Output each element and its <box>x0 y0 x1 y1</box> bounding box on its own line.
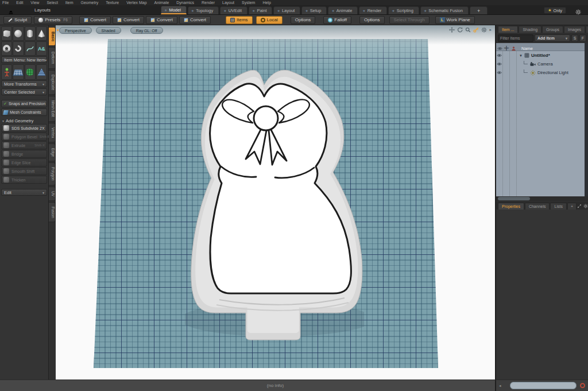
gear-icon[interactable] <box>481 27 487 33</box>
tab-setup[interactable]: ★Setup <box>301 6 327 14</box>
mesh-item-button[interactable] <box>25 64 36 80</box>
cube-tool-button[interactable] <box>1 26 12 41</box>
rotate-icon[interactable] <box>457 27 463 33</box>
tab-render[interactable]: ★Render <box>359 6 387 14</box>
options-button-1[interactable]: Options <box>291 16 316 24</box>
add-panel-tab-button[interactable]: + <box>567 203 577 210</box>
menu-select[interactable]: Select <box>47 1 57 5</box>
tooltab-duplicate[interactable]: Duplicate <box>49 70 56 95</box>
ground-plane-item-button[interactable] <box>13 64 24 80</box>
tab-properties[interactable]: Properties <box>498 203 524 210</box>
tool-extrude[interactable]: ExtrudeShift-X <box>1 141 47 149</box>
local-action-center-button[interactable]: Local <box>256 16 283 24</box>
tool-polygon-bevel[interactable]: Polygon BevelShift-B <box>1 133 47 141</box>
convert-button-4[interactable]: Convert <box>179 16 211 24</box>
work-plane-button[interactable]: LWork Plane <box>435 16 475 24</box>
curve-tool-button[interactable] <box>25 41 36 56</box>
sculpt-button[interactable]: Sculpt <box>3 16 32 24</box>
center-selected-dropdown[interactable]: Center Selected▾ <box>1 88 47 95</box>
add-tab-button[interactable]: + <box>470 6 488 14</box>
tab-item-list[interactable]: Item ... <box>498 26 518 33</box>
add-item-dropdown[interactable]: Add Item▾ <box>535 34 570 42</box>
menu-view[interactable]: View <box>30 1 39 5</box>
tooltab-fusion[interactable]: Fusion <box>49 202 56 223</box>
add-panel-tab-button[interactable]: + <box>586 26 588 33</box>
tab-uvedit[interactable]: ★UVEdit <box>220 6 247 14</box>
tooltab-deform[interactable]: Deform <box>49 47 56 68</box>
edit-dropdown[interactable]: Edit▾ <box>1 189 47 196</box>
item-row-camera[interactable]: Camera <box>496 60 588 68</box>
tooltab-uv[interactable]: UV <box>49 187 56 201</box>
lock-column-icon[interactable] <box>510 46 517 51</box>
items-mode-button[interactable]: Items <box>226 16 253 24</box>
menu-render[interactable]: Render <box>202 1 215 5</box>
presets-button[interactable]: PresetsF6 <box>34 16 72 24</box>
tab-shading[interactable]: Shading <box>519 26 541 33</box>
menu-help[interactable]: Help <box>262 1 270 5</box>
tool-edge-slice[interactable]: Edge Slice <box>1 158 47 167</box>
menu-file[interactable]: File <box>2 1 9 5</box>
cylinder-tool-button[interactable] <box>25 26 36 41</box>
only-button[interactable]: ★Only <box>544 7 566 14</box>
eye-icon[interactable] <box>496 68 503 77</box>
tool-bridge[interactable]: Bridge <box>1 150 47 158</box>
menu-vertex-map[interactable]: Vertex Map <box>126 1 146 5</box>
scrollbar-thumb[interactable] <box>498 197 530 200</box>
menu-texture[interactable]: Texture <box>106 1 119 5</box>
item-list-vertical-scrollbar[interactable] <box>585 43 588 196</box>
menu-edit[interactable]: Edit <box>16 1 23 5</box>
gear-icon[interactable] <box>583 204 588 208</box>
options-button-2[interactable]: Options <box>359 16 385 24</box>
wedge-item-button[interactable] <box>36 64 47 80</box>
more-transforms-dropdown[interactable]: More Transforms▾ <box>1 80 47 87</box>
tooltab-mesh-edit[interactable]: Mesh Edit <box>49 96 56 122</box>
disclosure-triangle-icon[interactable]: ▼ <box>519 54 523 57</box>
skeleton-item-button[interactable] <box>1 64 12 80</box>
torus-tool-button[interactable] <box>1 41 12 56</box>
visibility-column-icon[interactable] <box>496 46 503 51</box>
text-tool-button[interactable]: A& <box>36 41 47 56</box>
tool-thicken[interactable]: Thicken <box>1 176 47 184</box>
command-input[interactable] <box>510 382 577 389</box>
tab-scripting[interactable]: ★Scripting <box>388 6 419 14</box>
convert-button-2[interactable]: Convert <box>113 16 144 24</box>
menu-dynamics[interactable]: Dynamics <box>176 1 194 5</box>
filter-button[interactable]: F <box>579 34 586 42</box>
pan-icon[interactable] <box>449 27 455 33</box>
tooltab-edge[interactable]: Edge <box>49 144 56 161</box>
raygl-dropdown[interactable]: Ray GL: Off <box>130 27 163 34</box>
eye-icon[interactable] <box>496 51 503 60</box>
tooltab-vertex[interactable]: Vertex <box>49 123 56 142</box>
key-icon[interactable] <box>473 27 479 33</box>
view-mode-dropdown[interactable]: Perspective <box>59 27 92 34</box>
menu-system[interactable]: System <box>242 1 255 5</box>
tab-topology[interactable]: ★Topology <box>188 6 219 14</box>
solo-button[interactable]: S <box>571 34 578 42</box>
panel-arrow-icon[interactable]: ▸ <box>489 28 492 32</box>
menu-geometry[interactable]: Geometry <box>80 1 98 5</box>
convert-button-3[interactable]: Convert <box>146 16 177 24</box>
tab-layout[interactable]: ★Layout <box>273 6 300 14</box>
item-row-directional-light[interactable]: Directional Light <box>496 68 588 77</box>
sphere-tool-button[interactable] <box>13 26 24 41</box>
tab-schematic-fusion[interactable]: ★Schematic Fusion <box>420 6 469 14</box>
capsule-tool-button[interactable] <box>13 41 24 56</box>
expand-icon[interactable] <box>577 204 582 208</box>
mesh-constraints-button[interactable]: Mesh Constraints <box>1 109 47 116</box>
item-menu-dropdown[interactable]: Item Menu: New Item▾ <box>1 56 47 63</box>
history-arrow-icon[interactable]: ◂ <box>499 384 501 388</box>
tab-images[interactable]: Images <box>564 26 585 33</box>
eye-icon[interactable] <box>496 60 503 68</box>
cookie-cutter-mesh[interactable] <box>185 65 364 348</box>
tool-smooth-shift[interactable]: Smooth Shift <box>1 167 47 175</box>
convert-button-1[interactable]: Convert <box>79 16 111 24</box>
falloff-button[interactable]: Falloff <box>323 16 351 24</box>
tab-paint[interactable]: ★Paint <box>249 6 273 14</box>
tooltab-polygon[interactable]: Polygon <box>49 162 56 185</box>
shading-mode-dropdown[interactable]: Shaded <box>96 27 121 34</box>
tab-animate[interactable]: ★Animate <box>328 6 358 14</box>
menu-animate[interactable]: Animate <box>154 1 169 5</box>
viewport-3d[interactable]: Perspective Shaded Ray GL: Off ▸ <box>56 25 495 380</box>
cone-tool-button[interactable] <box>36 26 47 41</box>
menu-item[interactable]: Item <box>65 1 74 5</box>
